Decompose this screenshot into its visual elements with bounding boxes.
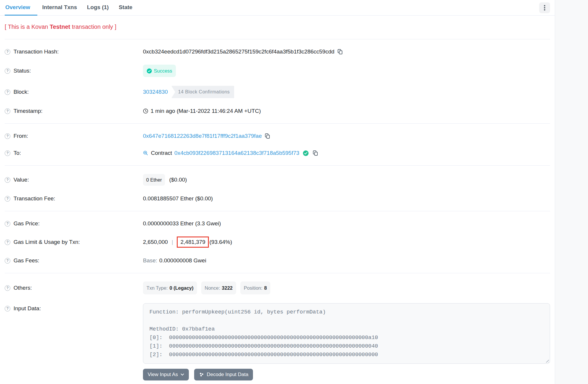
gas-used-percent: (93.64%) <box>209 238 232 246</box>
more-options-button[interactable] <box>539 2 550 13</box>
to-contract-prefix: Contract <box>151 149 172 157</box>
warning-section: [ This is a Kovan Testnet transaction on… <box>5 16 550 39</box>
row-gas-fees: ? Gas Fees: Base: 0.000000008 Gwei <box>5 252 550 269</box>
row-status: ? Status: Success <box>5 60 550 81</box>
section-overview-top: ? Transaction Hash: 0xcb324eedcd1d07296f… <box>5 39 550 124</box>
testnet-warning: [ This is a Kovan Testnet transaction on… <box>5 24 116 30</box>
block-confirmations-badge: 14 Block Confirmations <box>171 86 234 98</box>
help-icon[interactable]: ? <box>5 177 10 183</box>
gas-price-label: Gas Price: <box>14 219 40 228</box>
gas-used-highlight-box: 2,481,379 <box>177 237 209 248</box>
to-address-link[interactable]: 0x4cb093f226983713164a62138c3f718a5b595f… <box>174 149 299 157</box>
copy-to-button[interactable] <box>313 150 318 156</box>
help-icon[interactable]: ? <box>5 196 10 202</box>
page-background: Overview Internal Txns Logs (1) State [ … <box>0 0 588 384</box>
tab-internal-txns[interactable]: Internal Txns <box>37 0 82 16</box>
usd-value: ($0.00) <box>169 176 187 184</box>
help-icon[interactable]: ? <box>5 108 10 114</box>
row-from: ? From: 0x647e7168122263d8e7f81f17fff9c2… <box>5 128 550 145</box>
copy-icon <box>337 49 343 55</box>
position-badge: Position: 8 <box>240 281 270 294</box>
txn-type-value: 0 (Legacy) <box>169 284 194 292</box>
view-input-as-button[interactable]: View Input As <box>143 369 189 380</box>
ether-value-badge: 0 Ether <box>143 174 165 186</box>
row-transaction-hash: ? Transaction Hash: 0xcb324eedcd1d07296f… <box>5 43 550 60</box>
block-label: Block: <box>14 88 29 96</box>
decode-icon <box>199 372 204 377</box>
input-data-label: Input Data: <box>14 304 41 313</box>
txn-type-badge: Txn Type: 0 (Legacy) <box>143 281 197 294</box>
decode-input-data-button[interactable]: Decode Input Data <box>194 369 253 380</box>
transaction-hash-label: Transaction Hash: <box>14 48 59 56</box>
help-icon[interactable]: ? <box>5 306 10 311</box>
row-value: ? Value: 0 Ether ($0.00) <box>5 170 550 190</box>
gas-limit-separator: | <box>172 238 173 246</box>
tab-logs[interactable]: Logs (1) <box>82 0 114 16</box>
input-data-box[interactable]: Function: performUpkeep(uint256 id, byte… <box>143 303 550 364</box>
gas-price-value: 0.0000000033 Ether (3.3 Gwei) <box>143 219 221 228</box>
nonce-value: 3222 <box>222 284 233 292</box>
section-others-input: ? Others: Txn Type: 0 (Legacy) Nonce: 32… <box>5 273 550 384</box>
value-label: Value: <box>14 176 29 184</box>
transaction-fee-label: Transaction Fee: <box>14 194 55 203</box>
copy-icon <box>265 133 270 139</box>
gas-fees-label: Gas Fees: <box>14 256 39 265</box>
copy-from-button[interactable] <box>265 133 270 139</box>
row-block: ? Block: 30324830 14 Block Confirmations <box>5 81 550 103</box>
help-icon[interactable]: ? <box>5 89 10 95</box>
help-icon[interactable]: ? <box>5 239 10 245</box>
help-icon[interactable]: ? <box>5 150 10 156</box>
section-addresses: ? From: 0x647e7168122263d8e7f81f17fff9c2… <box>5 124 550 166</box>
tabs: Overview Internal Txns Logs (1) State <box>5 0 137 15</box>
gas-used-value: 2,481,379 <box>180 239 205 245</box>
gas-fees-base-value: 0.000000008 Gwei <box>159 256 206 265</box>
timestamp-label: Timestamp: <box>14 107 43 115</box>
row-transaction-fee: ? Transaction Fee: 0.0081885507 Ether ($… <box>5 190 550 207</box>
section-gas: ? Gas Price: 0.0000000033 Ether (3.3 Gwe… <box>5 211 550 273</box>
row-gas-price: ? Gas Price: 0.0000000033 Ether (3.3 Gwe… <box>5 215 550 232</box>
copy-icon <box>313 150 318 156</box>
copy-hash-button[interactable] <box>337 49 343 55</box>
view-input-as-label: View Input As <box>148 372 178 378</box>
from-label: From: <box>14 132 28 140</box>
warning-bold: Testnet <box>50 24 70 30</box>
to-label: To: <box>14 149 21 157</box>
status-label: Status: <box>14 67 31 75</box>
section-value: ? Value: 0 Ether ($0.00) ? Transaction F… <box>5 166 550 211</box>
vertical-ellipsis-icon <box>544 5 545 11</box>
gas-limit-label: Gas Limit & Usage by Txn: <box>14 238 80 246</box>
row-to: ? To: Contract 0x4cb093f226983713164a621… <box>5 145 550 162</box>
row-timestamp: ? Timestamp: 1 min ago (Mar-11-2022 11:4… <box>5 103 550 120</box>
magnifier-plus-icon[interactable] <box>143 150 148 156</box>
decode-label: Decode Input Data <box>207 372 249 378</box>
position-key: Position: <box>244 284 262 292</box>
input-data-actions: View Input As Decode Input Data <box>143 369 550 380</box>
transaction-hash-value: 0xcb324eedcd1d07296fdf3d215a2865275f159c… <box>143 48 334 56</box>
nonce-key: Nonce: <box>205 284 220 292</box>
help-icon[interactable]: ? <box>5 68 10 74</box>
position-value: 8 <box>264 284 267 292</box>
gas-fees-base-label: Base: <box>143 256 157 265</box>
block-number-link[interactable]: 30324830 <box>143 88 168 96</box>
warning-suffix: transaction only ] <box>70 24 116 30</box>
tab-overview[interactable]: Overview <box>5 0 37 16</box>
others-label: Others: <box>14 284 32 292</box>
status-value: Success <box>154 67 172 75</box>
warning-prefix: [ This is a Kovan <box>5 24 50 30</box>
help-icon[interactable]: ? <box>5 258 10 264</box>
transaction-details-card: Overview Internal Txns Logs (1) State [ … <box>0 0 555 384</box>
gas-limit-value: 2,650,000 <box>143 238 168 246</box>
row-gas-limit-usage: ? Gas Limit & Usage by Txn: 2,650,000 | … <box>5 232 550 252</box>
from-address-link[interactable]: 0x647e7168122263d8e7f81f17fff9c2f1aa379f… <box>143 132 262 140</box>
help-icon[interactable]: ? <box>5 221 10 227</box>
txn-type-key: Txn Type: <box>146 284 168 292</box>
timestamp-value: 1 min ago (Mar-11-2022 11:46:24 AM +UTC) <box>151 107 261 115</box>
tab-state[interactable]: State <box>114 0 137 16</box>
chevron-down-icon <box>181 373 184 376</box>
help-icon[interactable]: ? <box>5 49 10 55</box>
help-icon[interactable]: ? <box>5 285 10 291</box>
help-icon[interactable]: ? <box>5 133 10 139</box>
row-others: ? Others: Txn Type: 0 (Legacy) Nonce: 32… <box>5 277 550 299</box>
check-circle-icon <box>147 68 152 73</box>
clock-icon <box>143 108 148 114</box>
